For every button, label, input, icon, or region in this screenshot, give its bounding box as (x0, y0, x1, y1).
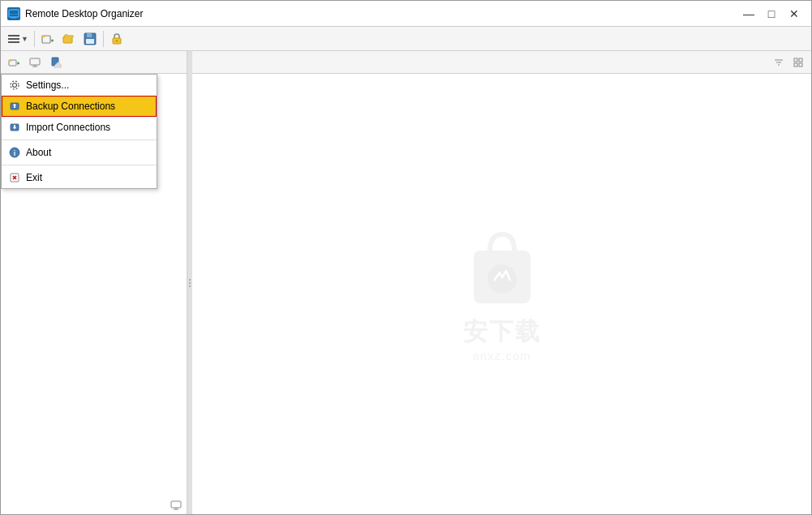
watermark: 安下载 anxz.com (462, 226, 543, 363)
svg-rect-14 (92, 34, 93, 36)
watermark-en-text: anxz.com (472, 349, 531, 363)
right-panel: 安下载 anxz.com (192, 51, 811, 514)
right-toolbar-btn-view[interactable] (788, 53, 808, 72)
watermark-cn-text: 安下载 (463, 315, 541, 349)
toolbar-open-btn[interactable] (59, 29, 79, 49)
toolbar-lock-btn[interactable] (107, 29, 127, 49)
menu-item-backup[interactable]: Backup Connections (2, 96, 157, 117)
right-toolbar-btn-filter[interactable] (769, 53, 788, 72)
left-panel-bottom (1, 496, 187, 514)
filter-icon (774, 58, 784, 67)
svg-rect-43 (794, 63, 797, 67)
svg-rect-1 (11, 17, 16, 19)
main-toolbar: ▼ (1, 27, 811, 51)
split-dot-3 (189, 285, 191, 287)
svg-rect-5 (8, 41, 19, 43)
svg-rect-3 (8, 35, 19, 36)
settings-icon (8, 79, 21, 92)
lock-icon (110, 32, 123, 45)
info-icon: i (8, 146, 21, 159)
import-label: Import Connections (26, 122, 110, 133)
toolbar-new-btn[interactable] (38, 29, 58, 49)
svg-rect-0 (9, 10, 19, 17)
edit-icon (50, 57, 62, 68)
about-label: About (26, 147, 51, 158)
svg-text:i: i (14, 149, 16, 157)
left-panel: Settings... Backup Connections (1, 51, 187, 514)
svg-rect-41 (794, 58, 797, 62)
dropdown-arrow-icon: ▼ (21, 35, 28, 43)
menu-sep-2 (2, 165, 157, 165)
left-toolbar-btn-1[interactable] (4, 53, 24, 72)
app-icon (7, 7, 20, 20)
window-title: Remote Desktop Organizer (25, 8, 738, 19)
toolbar-save-btn[interactable] (80, 29, 100, 49)
add-icon (8, 57, 19, 68)
backup-icon (8, 100, 21, 113)
svg-rect-44 (799, 63, 802, 67)
svg-rect-31 (14, 125, 15, 127)
settings-label: Settings... (26, 79, 69, 91)
svg-point-46 (488, 264, 517, 294)
svg-rect-45 (474, 251, 531, 303)
main-window: Remote Desktop Organizer — □ ✕ ▼ (0, 0, 812, 515)
menu-item-settings[interactable]: Settings... (2, 75, 157, 96)
dropdown-menu: Settings... Backup Connections (1, 74, 157, 189)
svg-rect-10 (63, 36, 72, 43)
window-controls: — □ ✕ (738, 5, 805, 23)
left-content: Settings... Backup Connections (1, 74, 187, 496)
svg-rect-21 (30, 58, 40, 65)
import-icon (8, 121, 21, 134)
svg-rect-13 (86, 39, 94, 44)
toolbar-sep-1 (34, 31, 35, 47)
split-dot-1 (189, 279, 191, 281)
left-toolbar-btn-3[interactable] (46, 53, 66, 72)
menu-item-exit[interactable]: Exit (2, 167, 157, 188)
minimize-button[interactable]: — (738, 5, 759, 23)
svg-point-26 (13, 84, 17, 88)
view-icon (793, 58, 803, 67)
exit-label: Exit (26, 172, 42, 183)
right-toolbar (192, 51, 811, 74)
split-dot-2 (189, 282, 191, 284)
maximize-button[interactable]: □ (761, 5, 782, 23)
main-area: Settings... Backup Connections (1, 51, 811, 514)
svg-rect-7 (42, 36, 45, 37)
toolbar-menu-dropdown[interactable]: ▼ (4, 29, 31, 49)
menu-item-import[interactable]: Import Connections (2, 117, 157, 138)
computer-icon (29, 57, 41, 68)
menu-item-about[interactable]: i About (2, 142, 157, 163)
status-icon (170, 499, 183, 512)
svg-point-27 (11, 81, 19, 89)
left-toolbar (1, 51, 187, 74)
watermark-text-row: 安下载 (463, 315, 541, 349)
svg-point-16 (115, 40, 118, 42)
title-bar: Remote Desktop Organizer — □ ✕ (1, 1, 811, 27)
new-folder-icon (41, 32, 54, 45)
backup-label: Backup Connections (26, 101, 115, 112)
menu-sep-1 (2, 139, 157, 140)
right-content: 安下载 anxz.com (192, 74, 811, 514)
left-toolbar-btn-2[interactable] (25, 53, 45, 72)
open-icon (62, 32, 75, 45)
split-handle-dots (189, 279, 191, 287)
close-button[interactable]: ✕ (784, 5, 805, 23)
svg-rect-18 (9, 60, 11, 62)
toolbar-sep-2 (103, 31, 104, 47)
svg-rect-4 (8, 38, 19, 40)
exit-icon (8, 171, 21, 184)
svg-rect-12 (87, 33, 92, 37)
svg-rect-29 (14, 105, 15, 108)
svg-rect-35 (171, 501, 181, 508)
watermark-bag-icon (462, 226, 543, 315)
menu-icon (6, 32, 21, 45)
svg-rect-2 (10, 14, 18, 15)
svg-rect-42 (799, 58, 802, 62)
save-icon (84, 32, 97, 45)
